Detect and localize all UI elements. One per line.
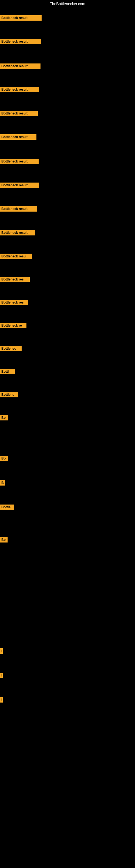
bottleneck-result-item: Bottle [0,504,14,510]
bottleneck-result-item: Bottleneck result [0,134,37,140]
bottleneck-result-item: Bo [0,456,8,461]
bottleneck-result-item: Bottleneck result [0,230,35,236]
bottleneck-result-item: Bottleneck result [0,15,42,21]
bottleneck-result-item: Bottleneck re [0,323,27,328]
bottleneck-result-item: Bottl [0,369,15,374]
bottleneck-result-item: Bottleneck res [0,277,30,282]
bottleneck-result-item: Bo [0,415,8,421]
bottleneck-result-item: Bottleneck result [0,39,41,44]
bottleneck-result-item: Bottleneck result [0,111,38,116]
bottleneck-result-item: Bottleneck result [0,206,37,212]
bottleneck-result-item: I [0,673,3,678]
bottleneck-result-item: Bottleneck result [0,87,39,92]
bottleneck-result-item: Bottleneck res [0,300,28,305]
bottleneck-result-item: Bottlenec [0,346,21,351]
bottleneck-result-item: B [0,480,5,486]
bottleneck-result-item: I [0,648,3,654]
bottleneck-result-item: I [0,697,3,703]
bottleneck-result-item: Bottleneck result [0,63,41,69]
bottleneck-result-item: Bottlene [0,392,18,397]
bottleneck-result-item: Bottleneck result [0,159,39,164]
bottleneck-result-item: Bottleneck resu [0,254,32,259]
bottleneck-result-item: Bo [0,537,8,542]
bottleneck-result-item: Bottleneck result [0,183,39,188]
site-title: TheBottlenecker.com [0,0,135,8]
